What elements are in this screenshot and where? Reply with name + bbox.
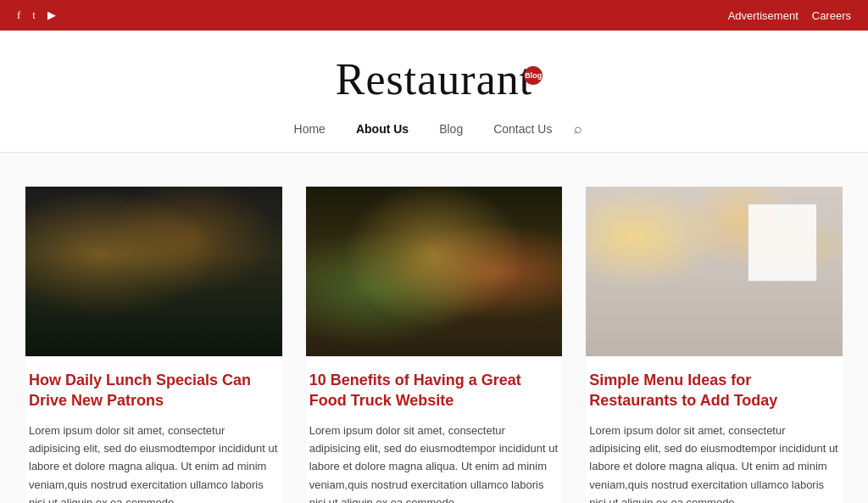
careers-link[interactable]: Careers [812, 9, 851, 22]
search-icon[interactable]: ⌕ [567, 116, 589, 142]
card-3-excerpt: Lorem ipsum dolor sit amet, consectetur … [589, 422, 839, 503]
nav-about[interactable]: About Us [341, 117, 424, 141]
main-nav: Home About Us Blog Contact Us ⌕ [0, 104, 868, 153]
card-1: How Daily Lunch Specials Can Drive New P… [25, 187, 282, 503]
card-3: Simple Menu Ideas for Restaurants to Add… [586, 187, 843, 503]
top-bar-links: Advertisement Careers [728, 9, 851, 22]
card-3-body: Simple Menu Ideas for Restaurants to Add… [586, 356, 843, 503]
cards-grid: How Daily Lunch Specials Can Drive New P… [25, 187, 843, 503]
twitter-icon[interactable]: t [32, 8, 36, 22]
logo-badge: Blog [524, 66, 542, 85]
card-1-image [25, 187, 282, 356]
card-2: 10 Benefits of Having a Great Food Truck… [306, 187, 563, 503]
main-content: How Daily Lunch Specials Can Drive New P… [0, 153, 868, 503]
card-3-image [586, 187, 843, 356]
logo-text: Restaurant [336, 55, 532, 103]
card-1-body: How Daily Lunch Specials Can Drive New P… [25, 356, 282, 503]
logo[interactable]: Restaurant Blog [336, 54, 532, 104]
card-3-title[interactable]: Simple Menu Ideas for Restaurants to Add… [589, 370, 839, 411]
social-icons: f t ▶ [17, 8, 56, 22]
advertisement-link[interactable]: Advertisement [728, 9, 798, 22]
top-bar: f t ▶ Advertisement Careers [0, 0, 868, 31]
site-header: Restaurant Blog [0, 31, 868, 104]
nav-home[interactable]: Home [279, 117, 341, 141]
card-2-body: 10 Benefits of Having a Great Food Truck… [306, 356, 563, 503]
facebook-icon[interactable]: f [17, 8, 20, 22]
card-1-excerpt: Lorem ipsum dolor sit amet, consectetur … [29, 422, 279, 503]
nav-blog[interactable]: Blog [424, 117, 478, 141]
youtube-icon[interactable]: ▶ [47, 8, 56, 22]
card-2-title[interactable]: 10 Benefits of Having a Great Food Truck… [309, 370, 559, 411]
nav-contact[interactable]: Contact Us [478, 117, 567, 141]
card-2-image [306, 187, 563, 356]
card-1-title[interactable]: How Daily Lunch Specials Can Drive New P… [29, 370, 279, 411]
card-2-excerpt: Lorem ipsum dolor sit amet, consectetur … [309, 422, 559, 503]
